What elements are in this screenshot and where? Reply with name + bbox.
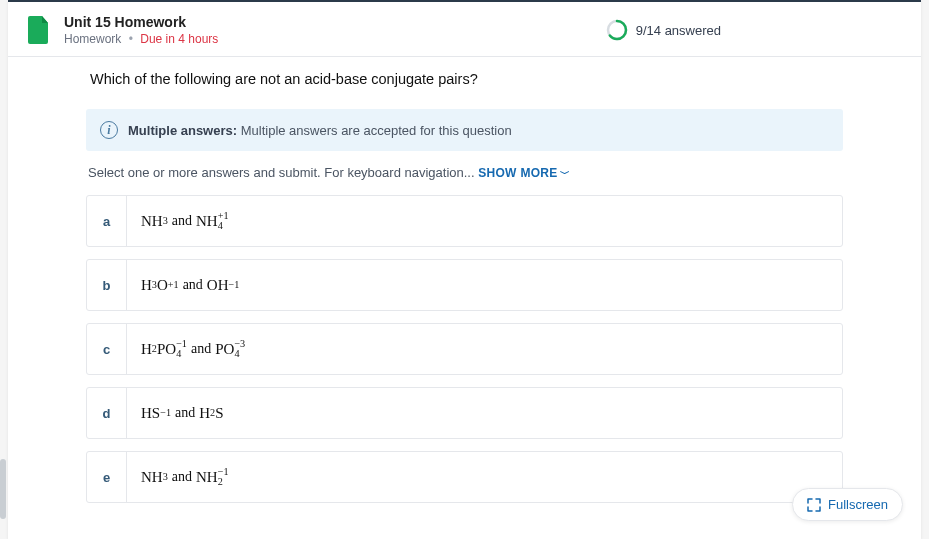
fullscreen-button[interactable]: Fullscreen [792, 488, 903, 521]
formula-part: NH [196, 213, 218, 230]
progress-indicator: 9/14 answered [606, 19, 721, 41]
formula-part: HS [141, 405, 160, 422]
option-letter: e [87, 452, 127, 502]
option-letter: a [87, 196, 127, 246]
show-more-label: SHOW MORE [478, 166, 557, 180]
fullscreen-label: Fullscreen [828, 497, 888, 512]
answer-option-a[interactable]: a NH3 and NH+14 [86, 195, 843, 247]
info-message: Multiple answers are accepted for this q… [241, 123, 512, 138]
info-icon: i [100, 121, 118, 139]
chevron-down-icon: ﹀ [560, 168, 570, 179]
formula-part: H [141, 277, 152, 294]
formula-part: H [199, 405, 210, 422]
due-label: Due in 4 hours [140, 32, 218, 46]
show-more-button[interactable]: SHOW MORE﹀ [478, 166, 570, 180]
instruction-text: Select one or more answers and submit. F… [88, 165, 475, 180]
and-text: and [175, 405, 195, 421]
option-formula: H2PO−14 and PO−34 [127, 324, 842, 374]
formula-part: PO [157, 341, 176, 358]
assignment-subtitle: Homework • Due in 4 hours [64, 32, 218, 46]
scrollbar-indicator[interactable] [0, 459, 6, 519]
formula-part: S [215, 405, 223, 422]
formula-subsup: −12 [218, 467, 229, 486]
and-text: and [172, 469, 192, 485]
option-formula: NH3 and NH+14 [127, 196, 842, 246]
and-text: and [191, 341, 211, 357]
option-formula: NH3 and NH−12 [127, 452, 842, 502]
progress-text: 9/14 answered [636, 23, 721, 38]
answer-option-e[interactable]: e NH3 and NH−12 [86, 451, 843, 503]
formula-part: NH [196, 469, 218, 486]
answer-option-d[interactable]: d HS−1 and H2S [86, 387, 843, 439]
formula-subsup: −34 [234, 339, 245, 358]
assignment-type-label: Homework [64, 32, 121, 46]
formula-part: H [141, 341, 152, 358]
option-letter: b [87, 260, 127, 310]
formula-part: OH [207, 277, 229, 294]
formula-part: NH [141, 469, 163, 486]
formula-subsup: +14 [218, 211, 229, 230]
formula-part: O [157, 277, 168, 294]
multiple-answers-banner: i Multiple answers: Multiple answers are… [86, 109, 843, 151]
separator-dot: • [129, 32, 133, 46]
option-letter: c [87, 324, 127, 374]
option-formula: H3O+1 and OH−1 [127, 260, 842, 310]
formula-part: NH [141, 213, 163, 230]
document-icon [28, 16, 50, 44]
info-bold-label: Multiple answers: [128, 123, 237, 138]
formula-part: PO [215, 341, 234, 358]
progress-ring-icon [606, 19, 628, 41]
option-letter: d [87, 388, 127, 438]
fullscreen-icon [807, 498, 821, 512]
answer-option-c[interactable]: c H2PO−14 and PO−34 [86, 323, 843, 375]
question-text: Which of the following are not an acid-b… [86, 71, 843, 87]
formula-subsup: −14 [176, 339, 187, 358]
instruction-row: Select one or more answers and submit. F… [86, 165, 843, 181]
and-text: and [172, 213, 192, 229]
answer-option-b[interactable]: b H3O+1 and OH−1 [86, 259, 843, 311]
assignment-header: Unit 15 Homework Homework • Due in 4 hou… [8, 2, 921, 57]
assignment-title: Unit 15 Homework [64, 14, 218, 30]
info-text: Multiple answers: Multiple answers are a… [128, 123, 512, 138]
and-text: and [183, 277, 203, 293]
option-formula: HS−1 and H2S [127, 388, 842, 438]
